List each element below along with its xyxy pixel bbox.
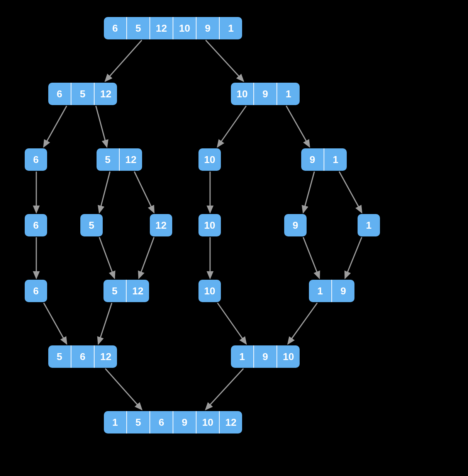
array-cell: 1 <box>276 83 300 105</box>
edge-arrow <box>96 106 107 147</box>
edge-arrow <box>105 40 142 81</box>
array-node-l5_left: 5612 <box>48 345 117 368</box>
array-cell: 6 <box>25 214 47 236</box>
edge-arrow <box>217 303 246 344</box>
array-node-l3_12: 12 <box>150 214 172 236</box>
array-node-l3_5: 5 <box>80 214 103 236</box>
array-cell: 9 <box>284 214 307 236</box>
array-node-l3_10: 10 <box>198 214 221 236</box>
array-node-l4_10: 10 <box>198 280 221 302</box>
edge-arrow <box>139 237 154 278</box>
array-node-l3_9: 9 <box>284 214 307 236</box>
edge-arrow <box>345 237 362 278</box>
array-cell: 6 <box>48 83 71 105</box>
array-node-l2_512: 512 <box>97 148 142 171</box>
array-cell: 5 <box>126 17 149 39</box>
array-cell: 1 <box>104 411 126 434</box>
array-cell: 10 <box>173 17 196 39</box>
array-cell: 12 <box>126 280 149 302</box>
array-cell: 9 <box>331 280 354 302</box>
array-cell: 12 <box>119 148 142 171</box>
array-node-root: 65121091 <box>104 17 242 39</box>
edge-arrow <box>286 106 309 147</box>
edge-arrow <box>134 172 154 212</box>
array-cell: 10 <box>231 83 253 105</box>
edge-arrow <box>206 40 244 81</box>
edge-arrow <box>339 172 361 212</box>
array-cell: 6 <box>25 280 47 302</box>
array-node-l1_left: 6512 <box>48 83 117 105</box>
array-cell: 12 <box>94 345 117 368</box>
array-cell: 5 <box>97 148 119 171</box>
array-node-l4_512: 512 <box>103 280 149 302</box>
array-cell: 6 <box>149 411 173 434</box>
edge-arrow <box>99 237 114 278</box>
array-cell: 5 <box>126 411 149 434</box>
array-cell: 1 <box>324 148 347 171</box>
array-cell: 5 <box>80 214 103 236</box>
array-cell: 9 <box>173 411 196 434</box>
array-cell: 5 <box>71 83 94 105</box>
array-node-l2_10: 10 <box>198 148 221 171</box>
array-cell: 5 <box>103 280 126 302</box>
arrow-layer <box>0 0 468 476</box>
array-node-l2_6: 6 <box>25 148 47 171</box>
array-cell: 1 <box>231 345 253 368</box>
edge-arrow <box>206 369 244 410</box>
edge-arrow <box>303 172 314 212</box>
array-cell: 1 <box>358 214 380 236</box>
array-node-result: 15691012 <box>104 411 242 434</box>
array-cell: 1 <box>219 17 242 39</box>
array-cell: 9 <box>253 345 276 368</box>
edge-arrow <box>217 106 246 147</box>
array-cell: 10 <box>198 214 221 236</box>
array-cell: 6 <box>71 345 94 368</box>
array-cell: 12 <box>149 17 173 39</box>
edge-arrow <box>105 369 142 410</box>
array-cell: 10 <box>196 411 219 434</box>
array-cell: 9 <box>196 17 219 39</box>
edge-arrow <box>303 237 319 278</box>
array-cell: 9 <box>301 148 324 171</box>
merge-sort-diagram: 6512109165121091651210916512109165121019… <box>0 0 468 476</box>
edge-arrow <box>44 106 66 147</box>
array-cell: 12 <box>219 411 242 434</box>
edge-arrow <box>44 303 66 344</box>
array-cell: 9 <box>253 83 276 105</box>
array-node-l3_1: 1 <box>358 214 380 236</box>
array-cell: 1 <box>309 280 331 302</box>
edge-arrow <box>98 303 112 344</box>
array-cell: 12 <box>94 83 117 105</box>
array-node-l3_6: 6 <box>25 214 47 236</box>
array-node-l2_91: 91 <box>301 148 347 171</box>
array-cell: 5 <box>48 345 71 368</box>
array-cell: 6 <box>104 17 126 39</box>
array-cell: 12 <box>150 214 172 236</box>
array-cell: 10 <box>198 280 221 302</box>
array-cell: 10 <box>276 345 300 368</box>
edge-arrow <box>288 303 317 344</box>
array-cell: 10 <box>198 148 221 171</box>
array-cell: 6 <box>25 148 47 171</box>
array-node-l4_19: 19 <box>309 280 354 302</box>
array-node-l4_6: 6 <box>25 280 47 302</box>
edge-arrow <box>99 172 110 212</box>
array-node-l5_right: 1910 <box>231 345 300 368</box>
array-node-l1_right: 1091 <box>231 83 300 105</box>
